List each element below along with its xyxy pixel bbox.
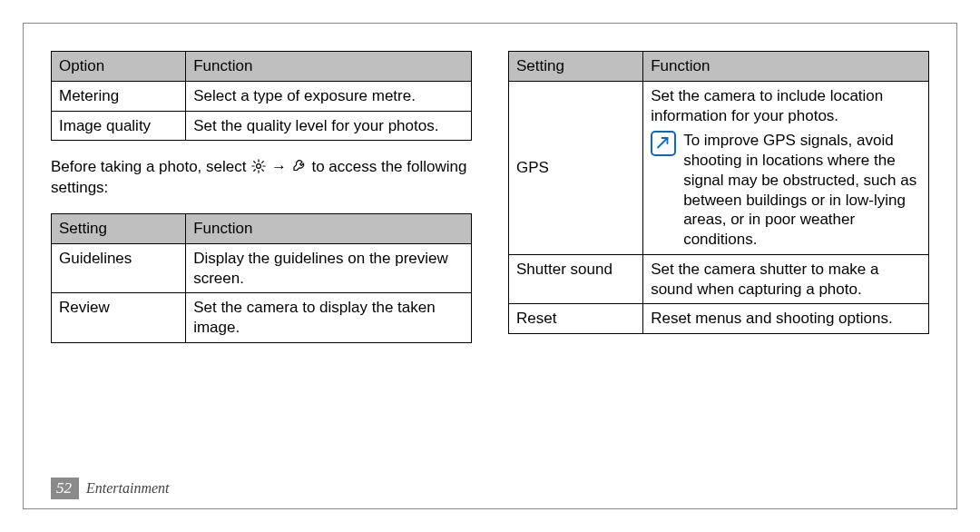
page-number: 52 <box>51 478 79 499</box>
table-header-row: Option Function <box>52 52 472 82</box>
option-name: Image quality <box>52 111 186 141</box>
table-header-setting: Setting <box>509 52 643 82</box>
settings-table-right: Setting Function GPS Set the camera to i… <box>508 51 929 334</box>
intro-text: Before taking a photo, select <box>51 158 250 175</box>
table-header-row: Setting Function <box>52 214 472 244</box>
setting-name: Reset <box>509 304 643 334</box>
left-column: Option Function Metering Select a type o… <box>51 51 472 360</box>
table-row: Reset Reset menus and shooting options. <box>509 304 929 334</box>
page-footer: 52 Entertainment <box>51 478 170 499</box>
table-row: Image quality Set the quality level for … <box>52 111 472 141</box>
section-title: Entertainment <box>86 480 170 497</box>
table-row: Review Set the camera to display the tak… <box>52 293 472 343</box>
options-table: Option Function Metering Select a type o… <box>51 51 472 141</box>
intro-arrow: → <box>271 158 291 175</box>
setting-desc: Set the camera shutter to make a sound w… <box>643 254 929 304</box>
setting-desc: Reset menus and shooting options. <box>643 304 929 334</box>
manual-page: Option Function Metering Select a type o… <box>23 23 957 509</box>
two-column-layout: Option Function Metering Select a type o… <box>51 51 929 360</box>
settings-table-left: Setting Function Guidelines Display the … <box>51 213 472 343</box>
table-header-row: Setting Function <box>509 52 929 82</box>
option-name: Metering <box>52 81 186 111</box>
gear-icon <box>250 158 267 174</box>
settings-intro: Before taking a photo, select → to acces… <box>51 157 472 199</box>
setting-desc: Display the guidelines on the preview sc… <box>186 243 472 293</box>
table-row: GPS Set the camera to include location i… <box>509 81 929 254</box>
setting-name: Guidelines <box>52 243 186 293</box>
setting-desc-gps: Set the camera to include location infor… <box>643 81 929 254</box>
option-desc: Set the quality level for your photos. <box>186 111 472 141</box>
table-row: Shutter sound Set the camera shutter to … <box>509 254 929 304</box>
wrench-icon <box>291 158 308 174</box>
svg-point-0 <box>257 164 261 169</box>
setting-name: GPS <box>509 81 643 254</box>
note-block: To improve GPS signals, avoid shooting i… <box>651 131 921 250</box>
note-icon <box>651 131 676 156</box>
table-header-function: Function <box>643 52 929 82</box>
note-text: To improve GPS signals, avoid shooting i… <box>683 131 921 250</box>
setting-name: Shutter sound <box>509 254 643 304</box>
table-header-option: Option <box>52 52 186 82</box>
option-desc: Select a type of exposure metre. <box>186 81 472 111</box>
gps-lead-text: Set the camera to include location infor… <box>651 86 921 126</box>
setting-desc: Set the camera to display the taken imag… <box>186 293 472 343</box>
table-header-function: Function <box>186 52 472 82</box>
table-row: Metering Select a type of exposure metre… <box>52 81 472 111</box>
table-header-function: Function <box>186 214 472 244</box>
table-row: Guidelines Display the guidelines on the… <box>52 243 472 293</box>
setting-name: Review <box>52 293 186 343</box>
right-column: Setting Function GPS Set the camera to i… <box>508 51 929 360</box>
table-header-setting: Setting <box>52 214 186 244</box>
